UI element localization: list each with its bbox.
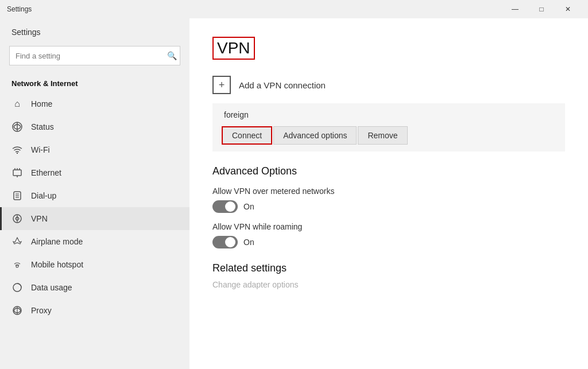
add-vpn-row[interactable]: + Add a VPN connection: [212, 73, 565, 96]
sidebar-item-datausage[interactable]: Data usage: [0, 276, 189, 299]
option-roaming-label: Allow VPN while roaming: [212, 222, 565, 231]
sidebar-item-vpn[interactable]: VPN: [0, 207, 189, 230]
sidebar-item-ethernet[interactable]: Ethernet: [0, 161, 189, 184]
toggle-roaming-row: On: [212, 236, 565, 248]
titlebar: Settings — □ ✕: [0, 0, 588, 18]
sidebar-item-hotspot-label: Mobile hotspot: [31, 260, 83, 269]
sidebar-header-label: Settings: [0, 18, 189, 41]
sidebar-item-wifi-label: Wi-Fi: [31, 145, 50, 154]
close-button[interactable]: ✕: [555, 0, 581, 18]
search-container: 🔍: [9, 46, 180, 65]
ethernet-icon: [11, 167, 23, 178]
dialup-icon: [11, 190, 23, 201]
airplane-icon: [11, 236, 23, 247]
option-metered-label: Allow VPN over metered networks: [212, 187, 565, 196]
sidebar-item-dialup[interactable]: Dial-up: [0, 184, 189, 207]
vpn-icon: [11, 213, 23, 224]
vpn-connection-item: foreign Connect Advanced options Remove: [212, 103, 565, 152]
sidebar-item-airplane-label: Airplane mode: [31, 237, 83, 246]
hotspot-icon: [11, 259, 23, 270]
vpn-buttons: Connect Advanced options Remove: [222, 126, 556, 145]
window-controls: — □ ✕: [502, 0, 581, 18]
sidebar-item-hotspot[interactable]: Mobile hotspot: [0, 253, 189, 276]
sidebar-item-proxy-label: Proxy: [31, 306, 52, 315]
add-vpn-label: Add a VPN connection: [239, 80, 326, 90]
sidebar-section-title: Network & Internet: [0, 75, 189, 92]
wifi-icon: [11, 144, 23, 156]
minimize-button[interactable]: —: [502, 0, 528, 18]
option-metered-networks: Allow VPN over metered networks On: [212, 187, 565, 213]
status-icon: [11, 121, 23, 133]
sidebar-item-status[interactable]: Status: [0, 115, 189, 138]
toggle-metered[interactable]: [212, 200, 238, 213]
app-title: Settings: [7, 5, 32, 13]
sidebar-item-datausage-label: Data usage: [31, 283, 72, 292]
related-settings-title: Related settings: [212, 262, 565, 274]
sidebar-item-proxy[interactable]: Proxy: [0, 299, 189, 322]
sidebar-item-ethernet-label: Ethernet: [31, 168, 61, 177]
proxy-icon: [11, 305, 23, 316]
toggle-roaming[interactable]: [212, 236, 238, 248]
toggle-roaming-label: On: [243, 238, 254, 247]
sidebar-item-dialup-label: Dial-up: [31, 191, 56, 200]
main-content: Settings 🔍 Network & Internet ⌂ Home Sta…: [0, 18, 588, 369]
datausage-icon: [11, 282, 23, 293]
sidebar-item-home[interactable]: ⌂ Home: [0, 92, 189, 115]
page-title: VPN: [212, 37, 255, 60]
option-roaming: Allow VPN while roaming On: [212, 222, 565, 248]
svg-rect-3: [13, 170, 21, 176]
right-panel: VPN + Add a VPN connection foreign Conne…: [189, 18, 588, 369]
remove-button[interactable]: Remove: [358, 126, 407, 145]
sidebar-item-vpn-label: VPN: [31, 214, 48, 223]
toggle-metered-row: On: [212, 200, 565, 213]
advanced-options-button[interactable]: Advanced options: [273, 126, 357, 145]
sidebar: Settings 🔍 Network & Internet ⌂ Home Sta…: [0, 18, 189, 369]
search-input[interactable]: [9, 46, 180, 65]
svg-point-2: [17, 153, 18, 154]
sidebar-item-wifi[interactable]: Wi-Fi: [0, 138, 189, 161]
home-icon: ⌂: [11, 98, 23, 110]
connect-button[interactable]: Connect: [222, 126, 272, 145]
vpn-name: foreign: [222, 110, 556, 119]
add-vpn-icon: +: [212, 76, 231, 94]
search-icon-button[interactable]: 🔍: [167, 51, 177, 60]
svg-point-14: [16, 265, 18, 267]
sidebar-item-status-label: Status: [31, 122, 54, 131]
maximize-button[interactable]: □: [528, 0, 555, 18]
change-adapter-options-link[interactable]: Change adapter options: [212, 280, 565, 289]
sidebar-item-home-label: Home: [31, 99, 52, 108]
toggle-metered-label: On: [243, 202, 254, 211]
sidebar-item-airplane[interactable]: Airplane mode: [0, 230, 189, 253]
advanced-options-title: Advanced Options: [212, 165, 565, 177]
